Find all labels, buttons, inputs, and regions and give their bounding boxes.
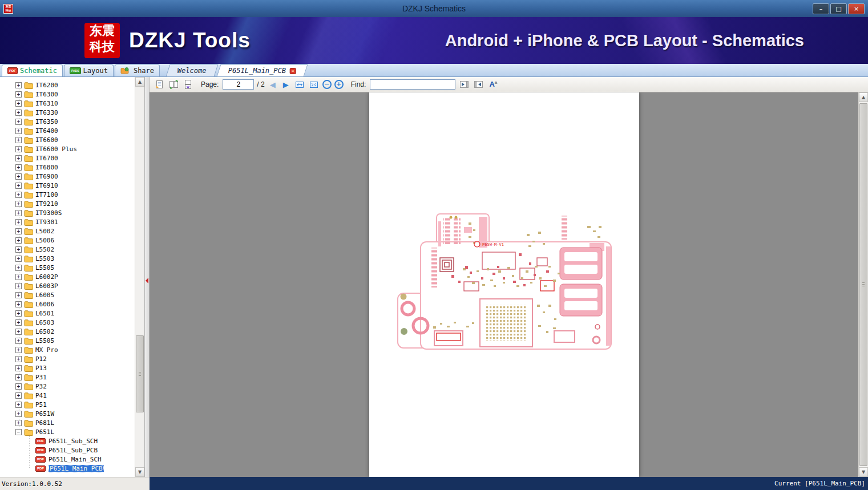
expand-icon[interactable]: + xyxy=(15,183,22,189)
tree-item-it6700[interactable]: +IT6700 xyxy=(0,153,135,163)
tree-item-p32[interactable]: +P32 xyxy=(0,382,135,391)
tree-item-l6502[interactable]: +L6502 xyxy=(0,327,135,336)
tree-item-it6800[interactable]: +IT6800 xyxy=(0,163,135,172)
scroll-track[interactable] xyxy=(135,87,144,467)
scroll-track[interactable] xyxy=(859,102,868,467)
tree-item-l6503[interactable]: +L6503 xyxy=(0,318,135,327)
expand-icon[interactable]: + xyxy=(15,392,22,399)
expand-icon[interactable]: + xyxy=(15,383,22,390)
expand-icon[interactable]: + xyxy=(15,283,22,289)
expand-icon[interactable]: + xyxy=(15,210,22,216)
tree-scrollbar[interactable]: ▲ ▼ xyxy=(135,77,144,477)
tree-item-it7100[interactable]: +IT7100 xyxy=(0,190,135,199)
tree-item-l6005[interactable]: +L6005 xyxy=(0,290,135,299)
expand-icon[interactable]: + xyxy=(15,219,22,225)
expand-icon[interactable]: + xyxy=(15,237,22,244)
tree-item-p651w[interactable]: +P651W xyxy=(0,409,135,418)
scroll-thumb[interactable] xyxy=(136,335,144,412)
expand-icon[interactable]: + xyxy=(15,201,22,207)
close-button[interactable]: × xyxy=(848,3,865,14)
expand-icon[interactable]: + xyxy=(15,173,22,180)
continuous-pages-icon[interactable] xyxy=(182,79,193,90)
expand-icon[interactable]: + xyxy=(15,192,22,198)
expand-icon[interactable]: + xyxy=(15,310,22,317)
tree-item-it6900[interactable]: +IT6900 xyxy=(0,172,135,181)
tree-item-l5505[interactable]: +L5505 xyxy=(0,263,135,272)
expand-icon[interactable]: + xyxy=(15,246,22,253)
scroll-down-button[interactable]: ▼ xyxy=(859,467,868,477)
expand-icon[interactable]: + xyxy=(15,265,22,271)
find-next-icon[interactable] xyxy=(473,79,484,90)
tree-item-l6003p[interactable]: +L6003P xyxy=(0,281,135,290)
facing-pages-icon[interactable] xyxy=(168,79,179,90)
minimize-button[interactable]: – xyxy=(813,3,829,14)
expand-icon[interactable]: + xyxy=(15,374,22,380)
tree-item-it6310[interactable]: +IT6310 xyxy=(0,99,135,108)
scroll-thumb[interactable] xyxy=(859,103,867,466)
zoom-out-button[interactable]: − xyxy=(322,80,332,89)
tree-item-p651l[interactable]: −P651L xyxy=(0,427,135,436)
previous-page-button[interactable]: ◀ xyxy=(268,80,278,89)
expand-icon[interactable]: + xyxy=(15,82,22,88)
tree-item-it6300[interactable]: +IT6300 xyxy=(0,90,135,99)
single-page-icon[interactable] xyxy=(154,79,165,90)
expand-icon[interactable]: + xyxy=(15,420,22,426)
tree-item-l6501[interactable]: +L6501 xyxy=(0,309,135,318)
tree-item-p651l-sub-pcb[interactable]: PDFP651L_Sub_PCB xyxy=(0,446,135,455)
expand-icon[interactable]: + xyxy=(15,155,22,161)
expand-icon[interactable]: + xyxy=(15,91,22,98)
maximize-button[interactable]: □ xyxy=(830,3,847,14)
tab-welcome[interactable]: Welcome xyxy=(166,64,218,76)
next-page-button[interactable]: ▶ xyxy=(281,80,291,89)
expand-icon[interactable]: + xyxy=(15,319,22,326)
collapse-panel-arrow-icon[interactable] xyxy=(146,278,148,284)
expand-icon[interactable]: + xyxy=(15,256,22,262)
tree-item-p51[interactable]: +P51 xyxy=(0,400,135,409)
tree-item-p41[interactable]: +P41 xyxy=(0,391,135,400)
expand-icon[interactable]: + xyxy=(15,146,22,152)
tree-item-it6600-plus[interactable]: +IT6600 Plus xyxy=(0,144,135,153)
pdf-viewer[interactable]: P65W-M-V1 ▲ ▼ xyxy=(150,92,868,477)
tree-item-p651l-main-sch[interactable]: PDFP651L_Main_SCH xyxy=(0,455,135,464)
expand-icon[interactable]: + xyxy=(15,365,22,371)
tab-p651l-main-pcb[interactable]: P651L_Main_PCB × xyxy=(216,64,308,76)
collapse-icon[interactable]: − xyxy=(15,429,22,435)
tree-item-it6200[interactable]: +IT6200 xyxy=(0,80,135,90)
tab-schematic[interactable]: PDF Schematic xyxy=(2,64,63,76)
tree-item-l5503[interactable]: +L5503 xyxy=(0,254,135,263)
expand-icon[interactable]: + xyxy=(15,119,22,125)
fit-width-icon[interactable] xyxy=(294,79,305,90)
expand-icon[interactable]: + xyxy=(15,292,22,298)
tree-item-it6600[interactable]: +IT6600 xyxy=(0,135,135,144)
tree-item-p651l-sub-sch[interactable]: PDFP651L_Sub_SCH xyxy=(0,436,135,446)
tree-item-l5002[interactable]: +L5002 xyxy=(0,226,135,236)
expand-icon[interactable]: + xyxy=(15,411,22,417)
tree-item-it6400[interactable]: +IT6400 xyxy=(0,126,135,135)
tree-item-l5505[interactable]: +L5505 xyxy=(0,336,135,345)
tree-item-it6350[interactable]: +IT6350 xyxy=(0,117,135,126)
viewer-scrollbar[interactable]: ▲ ▼ xyxy=(858,92,868,477)
tree-item-l5502[interactable]: +L5502 xyxy=(0,245,135,254)
scroll-up-button[interactable]: ▲ xyxy=(859,92,868,102)
close-tab-icon[interactable]: × xyxy=(290,68,296,74)
page-input[interactable] xyxy=(223,79,254,90)
tree-item-p31[interactable]: +P31 xyxy=(0,372,135,382)
expand-icon[interactable]: + xyxy=(15,228,22,234)
expand-icon[interactable]: + xyxy=(15,164,22,171)
expand-icon[interactable]: + xyxy=(15,137,22,143)
expand-icon[interactable]: + xyxy=(15,329,22,335)
text-size-icon[interactable]: Aa xyxy=(489,80,497,88)
tree-item-p651l-main-pcb[interactable]: PDFP651L_Main_PCB xyxy=(0,464,135,473)
expand-icon[interactable]: + xyxy=(15,301,22,307)
expand-icon[interactable]: + xyxy=(15,356,22,362)
tree-item-it9210[interactable]: +IT9210 xyxy=(0,199,135,208)
tree-item-p681l[interactable]: +P681L xyxy=(0,418,135,427)
document-page[interactable]: P65W-M-V1 xyxy=(369,92,639,477)
expand-icon[interactable]: + xyxy=(15,128,22,134)
tree-item-l6006[interactable]: +L6006 xyxy=(0,299,135,309)
tree-item-mx-pro[interactable]: +MX Pro xyxy=(0,345,135,354)
expand-icon[interactable]: + xyxy=(15,274,22,280)
tree-item-l5006[interactable]: +L5006 xyxy=(0,236,135,245)
fit-page-icon[interactable] xyxy=(308,79,320,90)
tree-item-l6002p[interactable]: +L6002P xyxy=(0,272,135,281)
